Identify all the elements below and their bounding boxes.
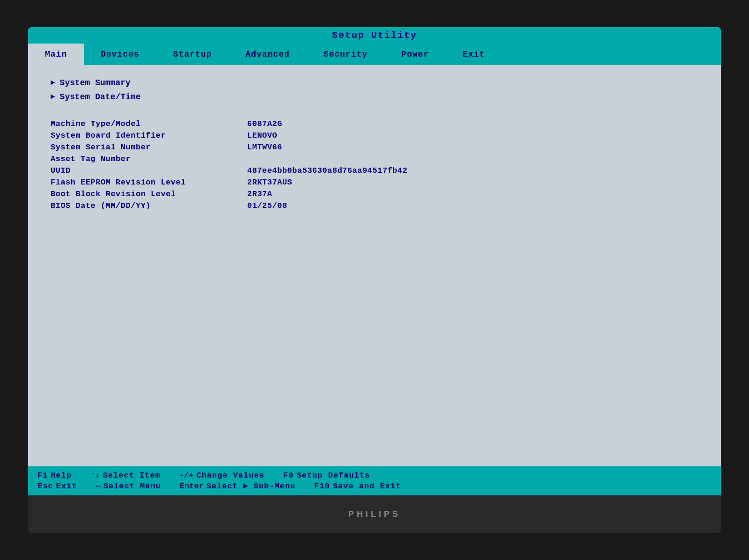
key-f1-desc: Help [51,471,72,480]
label-board-identifier: System Board Identifier [51,131,247,140]
content-area: ► System Summary ► System Date/Time Mach… [28,65,721,466]
value-machine-type: 6087A2G [247,119,282,128]
brand-text: PHILIPS [348,509,401,519]
key-esc: Esc [37,482,53,491]
title-bar: Setup Utility [28,27,721,44]
key-f9: F9 [283,471,294,480]
key-group-f1: F1 Help [37,471,72,480]
label-bios-date: BIOS Date (MM/DD/YY) [51,201,247,210]
key-group-updown: ↑↓ Select Item [90,471,161,480]
value-board-identifier: LENOVO [247,131,277,140]
menu-bar: Main Devices Startup Advanced Security P… [28,44,721,65]
menu-item-advanced[interactable]: Advanced [228,44,306,65]
value-flash-eeprom: 2RKT37AUS [247,178,292,187]
bottom-row-1: F1 Help ↑↓ Select Item -/+ Change Values… [37,471,712,480]
key-plusminus-desc: Change Values [196,471,264,480]
key-enter-desc: Select ► Sub-Menu [206,482,295,491]
menu-item-power[interactable]: Power [384,44,446,65]
value-bios-date: 01/25/08 [247,201,287,210]
info-row-flash-eeprom: Flash EEPROM Revision Level 2RKT37AUS [51,178,698,187]
menu-item-security[interactable]: Security [307,44,384,65]
info-row-uuid: UUID 487ee4bb0ba53630a8d76aa94517fb42 [51,166,698,175]
menu-item-exit[interactable]: Exit [446,44,501,65]
arrow-icon: ► [51,93,55,101]
key-leftright-desc: Select Menu [103,482,161,491]
info-row-bios-date: BIOS Date (MM/DD/YY) 01/25/08 [51,201,698,210]
enter-sym: Enter [180,482,204,491]
menu-item-main[interactable]: Main [28,44,84,65]
leftright-icon: ↔ [95,482,100,491]
key-group-enter: Enter Select ► Sub-Menu [180,482,295,491]
plusminus-sym: -/+ [179,471,194,480]
label-asset-tag: Asset Tag Number [51,155,247,163]
key-group-f9: F9 Setup Defaults [283,471,370,480]
key-esc-desc: Exit [56,482,77,491]
label-machine-type: Machine Type/Model [51,119,247,128]
info-row-asset-tag: Asset Tag Number [51,155,698,163]
info-row-serial-number: System Serial Number LMTWV66 [51,143,698,152]
info-row-board-identifier: System Board Identifier LENOVO [51,131,698,140]
bottom-bar: F1 Help ↑↓ Select Item -/+ Change Values… [28,466,721,495]
monitor-bottom: PHILIPS [28,495,721,533]
key-group-leftright: ↔ Select Menu [95,482,161,491]
key-f1: F1 [37,471,48,480]
value-uuid: 487ee4bb0ba53630a8d76aa94517fb42 [247,166,407,175]
value-serial-number: LMTWV66 [247,143,282,152]
key-group-plusminus: -/+ Change Values [179,471,264,480]
key-group-f10: F10 Save and Exit [314,482,401,491]
key-f10-desc: Save and Exit [333,482,401,491]
arrow-icon: ► [51,79,55,87]
label-boot-block: Boot Block Revision Level [51,190,247,199]
key-group-esc: Esc Exit [37,482,77,491]
monitor-bezel: Setup Utility Main Devices Startup Advan… [28,27,721,533]
menu-item-devices[interactable]: Devices [84,44,156,65]
value-boot-block: 2R37A [247,190,272,199]
label-uuid: UUID [51,166,247,175]
menu-item-startup[interactable]: Startup [156,44,229,65]
info-row-boot-block: Boot Block Revision Level 2R37A [51,190,698,199]
nav-item-system-datetime[interactable]: ► System Date/Time [51,92,698,102]
bios-screen: Setup Utility Main Devices Startup Advan… [28,27,721,495]
bios-title: Setup Utility [332,30,417,41]
updown-icon: ↑↓ [90,471,100,480]
info-row-machine-type: Machine Type/Model 6087A2G [51,119,698,128]
label-serial-number: System Serial Number [51,143,247,152]
key-updown-desc: Select Item [103,471,161,480]
info-table: Machine Type/Model 6087A2G System Board … [51,119,698,210]
nav-item-system-summary[interactable]: ► System Summary [51,78,698,88]
label-flash-eeprom: Flash EEPROM Revision Level [51,178,247,187]
key-f10: F10 [314,482,330,491]
bottom-row-2: Esc Exit ↔ Select Menu Enter Select ► Su… [37,482,712,491]
key-f9-desc: Setup Defaults [296,471,370,480]
